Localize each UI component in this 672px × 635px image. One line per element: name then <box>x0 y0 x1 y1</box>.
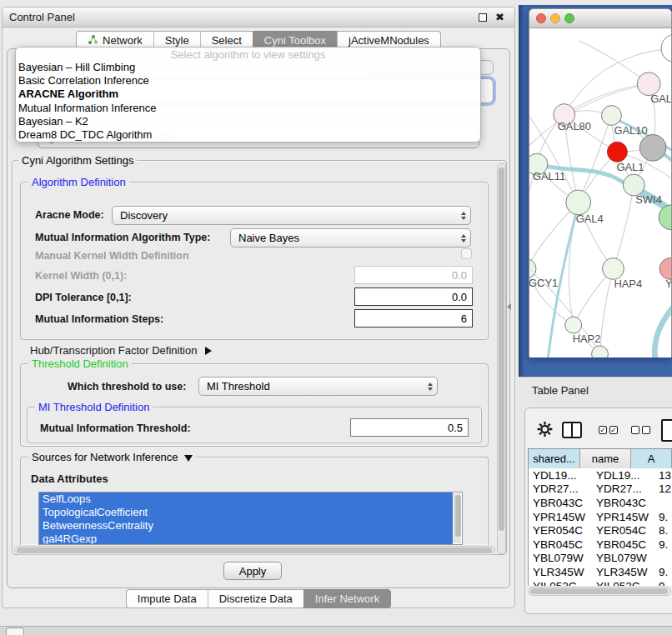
table-cell: YER054C <box>592 524 654 537</box>
which-threshold-combobox[interactable]: MI Threshold <box>198 377 438 396</box>
network-icon <box>88 34 98 48</box>
settings-horizontal-scrollbar[interactable] <box>14 546 495 555</box>
data-attributes-list[interactable]: SelfLoopsTopologicalCoefficientBetweenne… <box>38 492 463 545</box>
attribute-item-selfloops[interactable]: SelfLoops <box>39 492 453 506</box>
algorithm-option-bayesian-hill-climbing[interactable]: Bayesian – Hill Climbing <box>16 61 480 74</box>
attribute-item-gal4rgexp[interactable]: gal4RGexp <box>39 532 453 545</box>
settings-vertical-thumb[interactable] <box>499 168 504 531</box>
network-window-titlebar[interactable] <box>529 9 671 28</box>
close-icon[interactable] <box>495 11 504 23</box>
apply-button[interactable]: Apply <box>223 562 282 580</box>
tab-discretize-data[interactable]: Discretize Data <box>208 589 303 608</box>
dpi-tolerance-label: DPI Tolerance [0,1]: <box>35 292 132 303</box>
node-hap4[interactable] <box>602 258 624 280</box>
which-threshold-value: MI Threshold <box>207 380 424 392</box>
table-row[interactable]: YPR145WYPR145W9. <box>529 510 672 524</box>
partial-corner-button[interactable] <box>6 628 24 635</box>
tab-impute-data[interactable]: Impute Data <box>126 589 208 608</box>
table-horizontal-thumb[interactable] <box>530 588 668 594</box>
table-horizontal-scrollbar[interactable] <box>528 587 671 596</box>
network-edge-highlighted <box>529 160 671 217</box>
maximize-icon[interactable] <box>479 13 487 22</box>
mi-type-value: Naive Bayes <box>238 232 458 244</box>
deselect-all-checkbox-icon[interactable] <box>642 426 650 434</box>
table-row[interactable]: YDL19...YDL19...13 <box>529 468 672 482</box>
node-hap2[interactable] <box>565 317 582 333</box>
popup-item-list: Bayesian – Hill ClimbingBasic Correlatio… <box>16 61 480 142</box>
manual-kernel-checkbox[interactable] <box>461 248 472 259</box>
tab-label: Cyni Toolbox <box>264 34 326 47</box>
hub-definition-toggle[interactable]: Hub/Transcription Factor Definition <box>30 344 212 357</box>
settings-vertical-scrollbar[interactable] <box>497 163 506 554</box>
table-cell: YBL079W <box>592 552 654 564</box>
column-header-shared[interactable]: shared... <box>529 449 580 468</box>
column-header-a[interactable]: A <box>631 449 672 468</box>
node-bottom[interactable] <box>592 346 609 358</box>
mi-steps-field[interactable] <box>354 309 473 328</box>
node-label-gal80: GAL80 <box>558 120 591 132</box>
algorithm-option-dream8-dc-tdc-algorithm[interactable]: Dream8 DC_TDC Algorithm <box>16 128 480 142</box>
tab-infer-network[interactable]: Infer Network <box>303 589 391 608</box>
table-row[interactable]: YLR345WYLR345W9. <box>529 565 672 579</box>
combo-arrows-icon <box>428 382 433 391</box>
table-cell: YDR27... <box>529 482 592 495</box>
node-gal4[interactable] <box>566 190 591 215</box>
sources-toggle[interactable]: Sources for Network Inference <box>28 451 196 463</box>
cyni-algorithm-settings-title: Cyni Algorithm Settings <box>18 154 137 167</box>
list-scrollbar[interactable] <box>454 493 461 543</box>
select-all-checkbox-icon[interactable] <box>609 426 618 434</box>
table-cell: 12 <box>654 482 672 495</box>
node-salmon[interactable] <box>659 258 671 280</box>
algorithm-option-mutual-information-inference[interactable]: Mutual Information Inference <box>16 102 480 115</box>
node-label-y: Y <box>665 278 671 290</box>
close-traffic-light[interactable] <box>536 13 546 23</box>
settings-horizontal-thumb[interactable] <box>17 548 492 553</box>
aracne-mode-combobox[interactable]: Discovery <box>112 206 471 225</box>
table-cell: YER054C <box>529 524 592 537</box>
attribute-item-topologicalcoefficient[interactable]: TopologicalCoefficient <box>39 506 453 519</box>
aracne-mode-label: Aracne Mode: <box>35 209 104 221</box>
minimize-traffic-light[interactable] <box>550 13 560 23</box>
node-gal1[interactable] <box>607 142 627 162</box>
table-row[interactable]: YBL079WYBL079W <box>529 552 672 566</box>
table-row[interactable]: YIL052CYIL052C9. <box>529 579 672 586</box>
threshold-definition-title: Threshold Definition <box>28 358 132 370</box>
hub-definition-label: Hub/Transcription Factor Definition <box>30 344 197 357</box>
mi-threshold-label: Mutual Information Threshold: <box>40 422 191 434</box>
aracne-mode-value: Discovery <box>120 209 458 222</box>
column-header-name[interactable]: name <box>580 449 631 468</box>
table-row[interactable]: YBR043CYBR043C <box>529 496 672 510</box>
document-icon[interactable] <box>661 419 672 442</box>
zoom-traffic-light[interactable] <box>564 13 574 23</box>
data-attributes-label: Data Attributes <box>31 472 108 485</box>
dpi-tolerance-field[interactable] <box>354 288 473 306</box>
kernel-width-label: Kernel Width (0,1): <box>35 270 127 282</box>
kernel-width-field[interactable] <box>354 266 473 284</box>
node-top-arc[interactable] <box>661 34 671 62</box>
divider-grip-icon[interactable] <box>507 303 511 310</box>
gear-icon[interactable] <box>536 420 554 442</box>
node-gal10[interactable] <box>601 106 621 126</box>
node-gray[interactable] <box>639 134 666 161</box>
deselect-all-checkbox-icon[interactable] <box>631 426 639 434</box>
table-row[interactable]: YDR27...YDR27...12 <box>529 482 672 497</box>
network-canvas[interactable]: GALGAL80GAL10GAL1GAL11SWI4GAL4GCY1HAP4YH… <box>529 28 671 358</box>
mi-type-combobox[interactable]: Naive Bayes <box>230 228 471 248</box>
table-row[interactable]: YER054CYER054C8. <box>529 523 672 538</box>
algorithm-option-bayesian-k2[interactable]: Bayesian – K2 <box>16 115 480 128</box>
table-cell: YBL079W <box>529 552 592 564</box>
tab-label: Network <box>103 34 143 47</box>
table-cell: YIL052C <box>529 580 592 586</box>
attribute-item-betweennesscentrality[interactable]: BetweennessCentrality <box>39 519 453 532</box>
control-panel-titlebar[interactable]: Control Panel <box>3 8 514 28</box>
algorithm-option-basic-correlation-inference[interactable]: Basic Correlation Inference <box>16 74 480 88</box>
algorithm-option-aracne-algorithm[interactable]: ARACNE Algorithm <box>16 88 480 101</box>
node-label-gcy1: GCY1 <box>529 277 558 289</box>
select-all-checkbox-icon[interactable] <box>599 426 607 434</box>
table-row[interactable]: YBR045CYBR045C9. <box>529 538 672 552</box>
columns-icon[interactable] <box>562 422 582 438</box>
list-scrollbar-thumb[interactable] <box>455 495 461 537</box>
mi-threshold-field[interactable] <box>350 418 469 437</box>
node-green-right[interactable] <box>659 205 671 230</box>
tab-label: Select <box>212 34 242 47</box>
